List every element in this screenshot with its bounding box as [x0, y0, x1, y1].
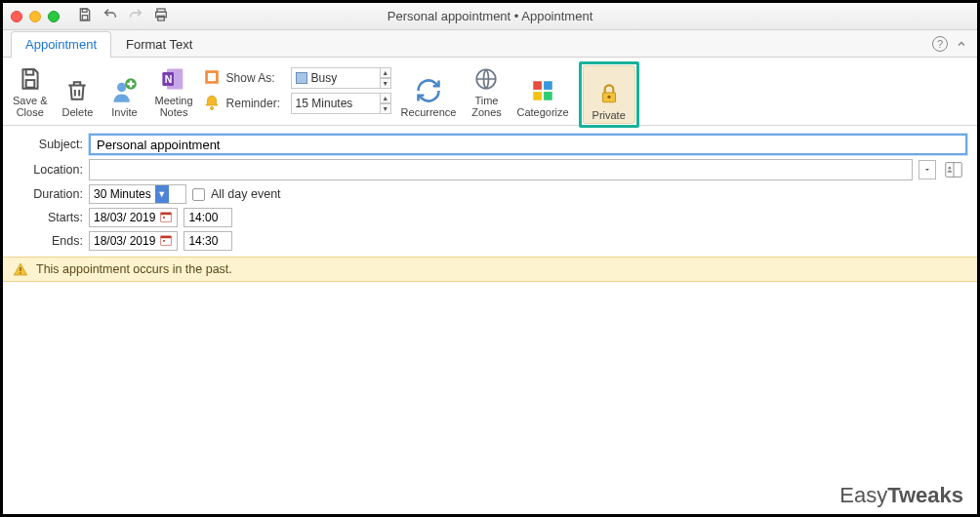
invite-button[interactable]: Invite [103, 61, 144, 120]
save-icon[interactable] [77, 7, 93, 25]
close-window[interactable] [11, 11, 22, 22]
reminder-value: 15 Minutes [296, 97, 353, 110]
svg-point-15 [210, 106, 213, 109]
reminder-steppers[interactable]: ▲▼ [380, 93, 391, 114]
print-icon[interactable] [153, 7, 169, 25]
lock-icon [595, 80, 623, 107]
trash-icon [63, 77, 91, 104]
svg-point-22 [607, 96, 610, 99]
minimize-window[interactable] [29, 11, 41, 22]
starts-date-value: 18/03/ 2019 [94, 211, 155, 224]
zoom-window[interactable] [48, 11, 60, 22]
reminder-select[interactable]: 15 Minutes [291, 93, 381, 114]
help-icon[interactable]: ? [932, 36, 948, 52]
subject-label: Subject: [13, 138, 83, 151]
show-as-icon [203, 68, 221, 89]
svg-rect-0 [82, 9, 87, 12]
svg-point-24 [949, 167, 952, 170]
recurrence-label: Recurrence [401, 106, 457, 118]
private-button[interactable]: Private [583, 65, 635, 124]
duration-select[interactable]: 30 Minutes ▼ [89, 184, 186, 204]
recurrence-button[interactable]: Recurrence [397, 61, 461, 120]
invite-label: Invite [111, 106, 137, 118]
recurrence-icon [415, 77, 442, 104]
show-as-reminder-group: Show As: Busy ▲▼ Reminder: 15 Minutes ▲▼ [203, 61, 391, 114]
private-highlight: Private [579, 61, 639, 128]
show-as-label: Show As: [226, 71, 285, 85]
starts-time-value: 14:00 [188, 211, 218, 224]
categorize-button[interactable]: Categorize [512, 61, 572, 120]
ends-label: Ends: [13, 234, 83, 248]
ends-date-input[interactable]: 18/03/ 2019 [89, 231, 178, 251]
svg-rect-18 [544, 81, 552, 90]
ends-time-input[interactable]: 14:30 [184, 231, 232, 251]
save-close-label: Save & Close [13, 95, 47, 118]
invite-icon [110, 77, 138, 104]
tab-format-text[interactable]: Format Text [111, 31, 207, 58]
svg-rect-19 [533, 92, 542, 100]
svg-text:N: N [165, 73, 173, 85]
watermark-b: Tweaks [887, 483, 963, 507]
svg-rect-29 [161, 235, 172, 237]
reminder-label: Reminder: [226, 97, 285, 110]
calendar-icon[interactable] [159, 233, 173, 250]
all-day-checkbox[interactable] [192, 188, 205, 201]
save-close-icon [17, 65, 44, 93]
ends-time-value: 14:30 [188, 234, 218, 248]
titlebar: Personal appointment • Appointment [3, 3, 977, 30]
delete-label: Delete [62, 106, 94, 118]
location-dropdown[interactable] [919, 160, 936, 179]
watermark: EasyTweaks [839, 483, 963, 508]
ribbon: Save & Close Delete Invite N Meeting Not… [3, 58, 977, 126]
meeting-notes-label: Meeting Notes [154, 95, 192, 118]
starts-time-input[interactable]: 14:00 [184, 208, 232, 227]
globe-icon [472, 65, 500, 93]
dropdown-arrow-icon: ▼ [155, 185, 169, 203]
svg-rect-30 [163, 240, 165, 242]
collapse-ribbon-icon[interactable] [956, 38, 967, 53]
address-book-icon[interactable] [942, 159, 967, 180]
svg-point-7 [117, 83, 126, 92]
private-label: Private [592, 109, 626, 121]
svg-rect-20 [544, 92, 552, 100]
subject-input[interactable] [89, 134, 967, 155]
appointment-form: Subject: Location: Duration: 30 Minutes … [3, 126, 977, 255]
svg-rect-1 [82, 16, 87, 20]
reminder-icon [203, 94, 221, 114]
warning-icon [13, 261, 28, 277]
duration-label: Duration: [13, 187, 83, 201]
show-as-select[interactable]: Busy [291, 67, 381, 89]
starts-date-input[interactable]: 18/03/ 2019 [89, 208, 178, 227]
svg-rect-5 [25, 69, 33, 74]
duration-value: 30 Minutes [94, 187, 151, 201]
svg-rect-31 [20, 267, 20, 271]
location-label: Location: [13, 163, 83, 177]
undo-icon[interactable] [102, 7, 118, 25]
all-day-label: All day event [211, 187, 281, 201]
time-zones-label: Time Zones [471, 95, 502, 118]
show-as-steppers[interactable]: ▲▼ [380, 67, 391, 89]
svg-rect-17 [533, 81, 542, 90]
onenote-icon: N [160, 65, 187, 93]
tab-appointment[interactable]: Appointment [11, 31, 111, 58]
save-close-button[interactable]: Save & Close [9, 61, 51, 120]
time-zones-button[interactable]: Time Zones [466, 61, 507, 120]
starts-label: Starts: [13, 211, 83, 224]
location-input[interactable] [89, 159, 913, 180]
delete-button[interactable]: Delete [57, 61, 98, 120]
redo-icon[interactable] [128, 7, 143, 25]
watermark-a: Easy [839, 483, 887, 507]
categorize-label: Categorize [516, 106, 568, 118]
quick-access-toolbar [77, 7, 169, 25]
svg-rect-6 [25, 80, 34, 88]
svg-rect-13 [207, 72, 216, 81]
show-as-value: Busy [311, 71, 338, 85]
warning-text: This appointment occurs in the past. [36, 262, 232, 276]
busy-swatch-icon [296, 72, 307, 84]
window-controls [11, 11, 60, 22]
svg-rect-27 [163, 217, 165, 219]
meeting-notes-button[interactable]: N Meeting Notes [150, 61, 196, 120]
calendar-icon[interactable] [159, 210, 173, 226]
svg-rect-26 [161, 212, 172, 214]
ribbon-tabs: Appointment Format Text ? [3, 30, 977, 58]
